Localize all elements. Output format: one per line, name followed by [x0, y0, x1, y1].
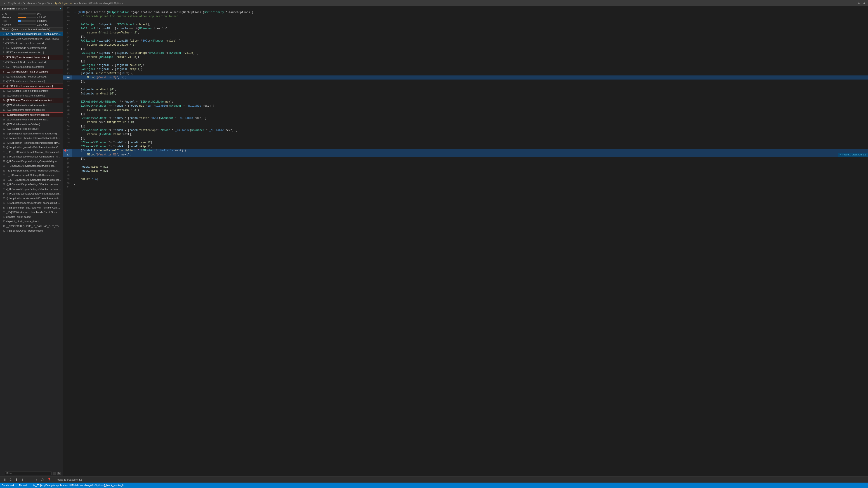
breadcrumb-group[interactable]: Benchmark [23, 2, 35, 4]
nav-back-button[interactable]: ‹ [2, 1, 3, 5]
thread-item[interactable]: 36-[UIApplicationSceneClientAgent scene:… [0, 201, 63, 205]
thread-item[interactable]: 12-[EZRMutableNode next:from:context:] [0, 89, 63, 93]
continue-button[interactable]: ⏸ [2, 477, 8, 482]
code-content [72, 185, 868, 189]
thread-item[interactable]: 3-[EZRMutableNode next:from:context:] [0, 46, 63, 51]
thread-item[interactable]: 2-[EZRBlockListen next:from:context:] [0, 41, 63, 46]
thread-item[interactable]: 25_111-[_UICanvasLifecycleMonitor_Compat… [0, 150, 63, 155]
thread-item[interactable]: 40dispatch_block_invoke_direct [0, 219, 63, 224]
code-line: 28- (BOOL)application:(UIApplication *)a… [63, 10, 868, 14]
thread-item[interactable]: 17-[EZRMapTransform next:from:context:] [0, 112, 63, 118]
thread-item[interactable]: 7-[EZRTransform next:from:context:] [0, 65, 63, 69]
thread-item[interactable]: 26-[_UICanvasLifecycleMonitor_Compatabil… [0, 154, 63, 159]
breadcrumb-func[interactable]: -application:didFinishLaunchingWithOptio… [74, 2, 123, 4]
step-over-instruction-button[interactable]: ↪ [33, 477, 39, 482]
status-benchmark: Benchmark [2, 484, 14, 487]
disk-metric: Disk 2.3 MB/s [0, 19, 63, 23]
code-content [72, 84, 868, 88]
thread-item[interactable]: 34-[_UICanvas scene:didUpdateWithDiff:tr… [0, 191, 63, 196]
breadcrumb-sep-4: › [72, 2, 73, 4]
network-label: Network [2, 23, 18, 26]
thread-item[interactable]: 24-[UIApplication _runWithMainScene:tran… [0, 145, 63, 150]
nav-forward-button[interactable]: › [4, 1, 5, 5]
thread-header: Thread 1 Queue: com.apple.main-thread (s… [0, 28, 63, 32]
step-over-button[interactable]: ⤵ [8, 477, 13, 482]
code-line: 54 EZRNode<NSNumber *> *nodeC = [nodeB f… [63, 116, 868, 120]
thread-item[interactable]: 35-[UIApplication workspace:didCreateSce… [0, 196, 63, 201]
thread-item[interactable]: 0_57-[AppDelegate application:didFinishL… [0, 32, 63, 36]
thread-item[interactable]: 28+[_UICanvasLifecycleSettingsDiffAction… [0, 164, 63, 168]
code-line: 64 }]; [63, 157, 868, 161]
breadcrumb-subgroup[interactable]: SupportFiles [38, 2, 52, 4]
status-bar: Benchmark › Thread 1 › 0 _57-[AppDelegat… [0, 483, 868, 488]
thread-item[interactable]: 27-[_UICanvasLifecycleMonitor_Compatabil… [0, 159, 63, 164]
code-content: RACSubject *signalA = [RACSubject subjec… [72, 23, 868, 27]
thread-item[interactable]: 4-[EZRTransform next:from:context:] [0, 50, 63, 55]
code-editor[interactable]: 2728- (BOOL)application:(UIApplication *… [63, 6, 868, 476]
forward-icon[interactable]: ➡ [862, 1, 866, 5]
step-out-button[interactable]: ⬆ [20, 477, 26, 482]
thread-item[interactable]: 32-[_UICanvasLifecycleSettingsDiffAction… [0, 182, 63, 187]
thread-item[interactable]: 31_125-[_UICanvasLifecycleSettingsDiffAc… [0, 177, 63, 182]
thread-item[interactable]: 18-[EZRMutableNode next:from:context:] [0, 117, 63, 122]
filter-bar: ⌕ .* Aa [0, 470, 63, 476]
thread-item[interactable]: 10-[EZRTransform next:from:context:] [0, 79, 63, 84]
thread-item[interactable]: 20-[EZRMutableNode setValue:] [0, 127, 63, 131]
thread-item[interactable]: 30+[_UICanvasLifecycleSettingsDiffAction… [0, 173, 63, 177]
thread-item[interactable]: 5-[EZRSkipTransform next:from:context:] [0, 55, 63, 60]
thread-item[interactable]: 22-[UIApplication _handleDelegateCallbac… [0, 136, 63, 140]
thread-item[interactable]: 9-[EZRMutableNode next:from:context:] [0, 74, 63, 79]
breadcrumb-file[interactable]: AppDelegate.m [55, 2, 72, 4]
thread-item[interactable]: 37-[FBSSceneImpl_didCreateWithTransition… [0, 205, 63, 210]
thread-item[interactable]: 42-[FBSSerialQueue _performNext] [0, 228, 63, 233]
thread-item[interactable]: 14-[EZRFilteredTransform next:from:conte… [0, 98, 63, 103]
code-line: 29 // Override point for customization a… [63, 14, 868, 19]
thread-item[interactable]: 6-[EZRMutableNode next:from:context:] [0, 60, 63, 65]
line-number: 35 [63, 39, 72, 43]
filter-regex-button[interactable]: .* [53, 472, 56, 475]
simulate-location-button[interactable]: 📍 [46, 477, 53, 482]
code-line: 65 [63, 161, 868, 165]
thread-item[interactable]: 38_56-[FBSWorkspace client:handleCreateS… [0, 210, 63, 215]
thread-item[interactable]: 23-[UIApplication _callInitializationDel… [0, 140, 63, 145]
line-number: 64 [63, 157, 72, 161]
disk-value: 2.3 MB/s [37, 20, 61, 22]
step-into-button[interactable]: ⬇ [14, 477, 19, 482]
debug-view-button[interactable]: ⬡ [39, 477, 45, 482]
thread-item[interactable]: 33-[_UICanvasLifecycleSettingsDiffAction… [0, 187, 63, 192]
thread-item[interactable]: 39dispatch_client_callout [0, 215, 63, 219]
thread-item[interactable]: 8-[EZRTakeTransform next:from:context:] [0, 69, 63, 74]
code-line: 52 return @(next.integerValue * 2); [63, 108, 868, 112]
line-number: 46 [63, 84, 72, 88]
filter-input[interactable] [5, 471, 52, 475]
back-icon[interactable]: ⬅ [857, 1, 861, 5]
line-number: 32 [63, 27, 72, 31]
code-content: NSLog(@"next is %@", x); [72, 75, 868, 79]
breadcrumb-project[interactable]: EasyReact [8, 2, 20, 4]
filter-case-button[interactable]: Aa [57, 472, 61, 475]
code-content: }]; [72, 136, 868, 140]
line-number: 70 [63, 181, 72, 185]
thread-item[interactable]: 19-[EZRMutableNode setVisible:] [0, 122, 63, 127]
code-line: 48 [signalA sendNext:@2]; [63, 92, 868, 96]
breadcrumb-sep-3: › [53, 2, 54, 4]
thread-item[interactable]: 13-[EZRTransform next:from:context:] [0, 93, 63, 98]
disk-label: Disk [2, 20, 18, 22]
code-line: 38 RACSignal *signalD = [signalC flatten… [63, 51, 868, 55]
thread-item[interactable]: 11-[EZRFlattenTransform next:from:contex… [0, 84, 63, 89]
thread-item[interactable]: 21-[AppDelegate application:didFinishLau… [0, 131, 63, 136]
code-line: 53 }]; [63, 112, 868, 116]
thread-item[interactable]: 1_30-[EZRListenContext withBlock:]_block… [0, 36, 63, 41]
step-instruction-button[interactable]: → [26, 477, 32, 482]
code-line: 63 NSLog(@"next is %@", next);≡ Thread 1… [63, 153, 868, 157]
line-number: 68 [63, 173, 72, 177]
process-info: Benchmark PID 80499 [2, 7, 27, 10]
breadcrumb-sep-2: › [36, 2, 37, 4]
line-number: 53 [63, 112, 72, 116]
code-content: EZRNode<NSNumber *> *nodeB = [nodeA map:… [72, 104, 868, 108]
thread-item[interactable]: 16-[EZRTransform next:from:context:] [0, 107, 63, 112]
thread-item[interactable]: 29_82-[_UIApplicationCanvas _transitionL… [0, 168, 63, 173]
thread-item[interactable]: 15-[EZRMutableNode next:from:context:] [0, 103, 63, 108]
code-content: RACSignal *signalF = [signalE skip:1]; [72, 67, 868, 71]
thread-item[interactable]: 41__FBSSERIALQUEUE_IS_CALLING_OUT_TO_A_B… [0, 224, 63, 229]
